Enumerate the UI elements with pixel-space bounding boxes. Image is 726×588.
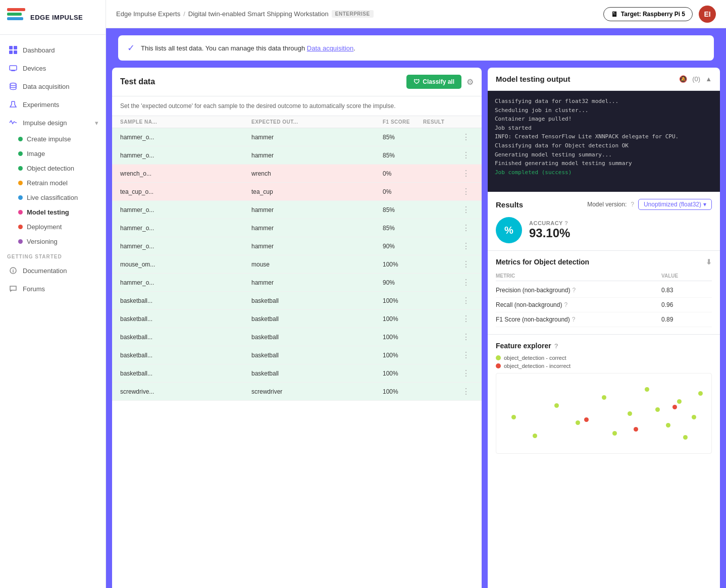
- status-dot: [18, 195, 23, 200]
- breadcrumb-project[interactable]: Edge Impulse Experts: [116, 10, 180, 18]
- row-f1-score: 100%: [383, 352, 423, 359]
- submenu-item-label: Deployment: [27, 223, 62, 231]
- collapse-icon[interactable]: ▲: [705, 75, 712, 83]
- row-sample-name: hammer_o...: [120, 279, 251, 286]
- target-button[interactable]: 🖥 Target: Raspberry Pi 5: [603, 7, 693, 21]
- sidebar-item-label: Forums: [23, 285, 45, 293]
- row-menu-button[interactable]: ⋮: [458, 368, 474, 378]
- row-menu-button[interactable]: ⋮: [458, 296, 474, 305]
- experiments-icon: [9, 100, 18, 109]
- scatter-dot: [655, 407, 660, 412]
- svg-rect-1: [14, 46, 17, 49]
- metric-value: 0.83: [661, 287, 712, 294]
- sidebar-item-impulse-design[interactable]: Impulse design ▾: [0, 114, 106, 132]
- row-f1-score: 100%: [383, 388, 423, 395]
- row-menu-button[interactable]: ⋮: [458, 205, 474, 215]
- sidebar-nav: Dashboard Devices Data acquisition Exper…: [0, 35, 106, 588]
- table-row[interactable]: basketball... basketball 100% ⋮: [112, 346, 482, 364]
- table-row[interactable]: hammer_o... hammer 90% ⋮: [112, 274, 482, 292]
- test-data-actions: 🛡 Classify all ⚙: [406, 75, 474, 89]
- scatter-dot: [602, 395, 606, 400]
- status-dot: [18, 151, 23, 156]
- table-row[interactable]: screwdrive... screwdriver 100% ⋮: [112, 383, 482, 401]
- table-row[interactable]: hammer_o... hammer 85% ⋮: [112, 219, 482, 237]
- check-icon: ✓: [127, 42, 135, 54]
- model-version-select[interactable]: Unoptimized (float32) ▾: [638, 199, 712, 210]
- breadcrumb: Edge Impulse Experts / Digital twin-enab…: [116, 10, 598, 18]
- table-row[interactable]: wrench_o... wrench 0% ⋮: [112, 165, 482, 183]
- classify-all-button[interactable]: 🛡 Classify all: [406, 75, 461, 89]
- table-row[interactable]: hammer_o... hammer 85% ⋮: [112, 201, 482, 219]
- enterprise-badge: ENTERPRISE: [332, 10, 374, 18]
- table-row[interactable]: hammer_o... hammer 85% ⋮: [112, 146, 482, 165]
- status-dot: [18, 181, 23, 185]
- model-output-panel: Model testing output 🔕 (0) ▲ Classifying…: [488, 68, 720, 588]
- table-row[interactable]: basketball... basketball 100% ⋮: [112, 310, 482, 328]
- table-row[interactable]: basketball... basketball 100% ⋮: [112, 364, 482, 383]
- table-row[interactable]: hammer_o... hammer 85% ⋮: [112, 128, 482, 146]
- sidebar-item-image[interactable]: Image: [18, 146, 106, 161]
- row-menu-button[interactable]: ⋮: [458, 278, 474, 287]
- row-menu-button[interactable]: ⋮: [458, 332, 474, 342]
- sidebar-item-retrain-model[interactable]: Retrain model: [18, 176, 106, 190]
- sidebar-item-documentation[interactable]: Documentation: [0, 261, 106, 280]
- sidebar-item-label: Devices: [23, 65, 46, 72]
- row-menu-button[interactable]: ⋮: [458, 350, 474, 360]
- table-header: SAMPLE NA... EXPECTED OUT... F1 SCORE RE…: [112, 116, 482, 128]
- download-icon[interactable]: ⬇: [706, 258, 712, 266]
- forum-icon: [9, 284, 18, 293]
- header-right: 🖥 Target: Raspberry Pi 5 EI: [603, 6, 716, 23]
- sidebar-item-versioning[interactable]: Versioning: [18, 234, 106, 249]
- row-menu-button[interactable]: ⋮: [458, 187, 474, 196]
- table-row[interactable]: hammer_o... hammer 90% ⋮: [112, 237, 482, 255]
- sidebar-item-data-acquisition[interactable]: Data acquisition: [0, 77, 106, 95]
- content-area: ✓ This lists all test data. You can mana…: [106, 28, 726, 588]
- row-f1-score: 0%: [383, 188, 423, 195]
- sidebar-item-forums[interactable]: Forums: [0, 280, 106, 298]
- settings-button[interactable]: ⚙: [466, 77, 474, 87]
- sidebar-item-model-testing[interactable]: Model testing: [18, 205, 106, 220]
- sidebar-item-deployment[interactable]: Deployment: [18, 220, 106, 234]
- row-menu-button[interactable]: ⋮: [458, 169, 474, 178]
- sidebar-item-experiments[interactable]: Experiments: [0, 95, 106, 114]
- app-name: EDGE IMPULSE: [30, 14, 83, 21]
- row-menu-button[interactable]: ⋮: [458, 132, 474, 142]
- accuracy-value: 93.10%: [529, 226, 570, 240]
- row-sample-name: hammer_o...: [120, 152, 251, 159]
- sidebar: EDGE IMPULSE Dashboard Devices Data acqu…: [0, 0, 106, 588]
- sidebar-item-live-classification[interactable]: Live classification: [18, 190, 106, 205]
- row-menu-button[interactable]: ⋮: [458, 223, 474, 233]
- table-row[interactable]: basketball... basketball 100% ⋮: [112, 292, 482, 310]
- row-sample-name: tea_cup_o...: [120, 188, 251, 195]
- sidebar-item-dashboard[interactable]: Dashboard: [0, 41, 106, 59]
- accuracy-info: ACCURACY ? 93.10%: [529, 220, 570, 240]
- row-menu-button[interactable]: ⋮: [458, 241, 474, 251]
- row-menu-button[interactable]: ⋮: [458, 387, 474, 396]
- scatter-dot: [645, 387, 649, 392]
- sidebar-item-create-impulse[interactable]: Create impulse: [18, 132, 106, 146]
- feature-explorer-title: Feature explorer ?: [496, 342, 712, 350]
- data-acquisition-link[interactable]: Data acquisition: [307, 44, 354, 52]
- sidebar-item-label: Experiments: [23, 101, 59, 109]
- table-row[interactable]: mouse_om... mouse 100% ⋮: [112, 255, 482, 274]
- sidebar-item-devices[interactable]: Devices: [0, 59, 106, 77]
- row-f1-score: 100%: [383, 261, 423, 268]
- scatter-dot: [677, 399, 682, 404]
- row-menu-button[interactable]: ⋮: [458, 314, 474, 324]
- metrics-header: METRIC VALUE: [496, 271, 712, 281]
- alert-text: This lists all test data. You can manage…: [141, 44, 355, 52]
- table-row[interactable]: basketball... basketball 100% ⋮: [112, 328, 482, 346]
- row-f1-score: 0%: [383, 170, 423, 177]
- sidebar-item-object-detection[interactable]: Object detection: [18, 161, 106, 176]
- submenu-item-label: Model testing: [27, 208, 69, 216]
- avatar[interactable]: EI: [699, 6, 716, 23]
- shield-icon: 🛡: [413, 78, 420, 85]
- row-menu-button[interactable]: ⋮: [458, 150, 474, 160]
- panels-container: Test data 🛡 Classify all ⚙ Set the 'expe…: [106, 68, 726, 588]
- doc-icon: [9, 266, 18, 275]
- table-row[interactable]: tea_cup_o... tea_cup 0% ⋮: [112, 183, 482, 201]
- svg-rect-4: [10, 66, 17, 70]
- row-menu-button[interactable]: ⋮: [458, 259, 474, 269]
- scatter-dot: [612, 431, 617, 436]
- row-f1-score: 85%: [383, 206, 423, 213]
